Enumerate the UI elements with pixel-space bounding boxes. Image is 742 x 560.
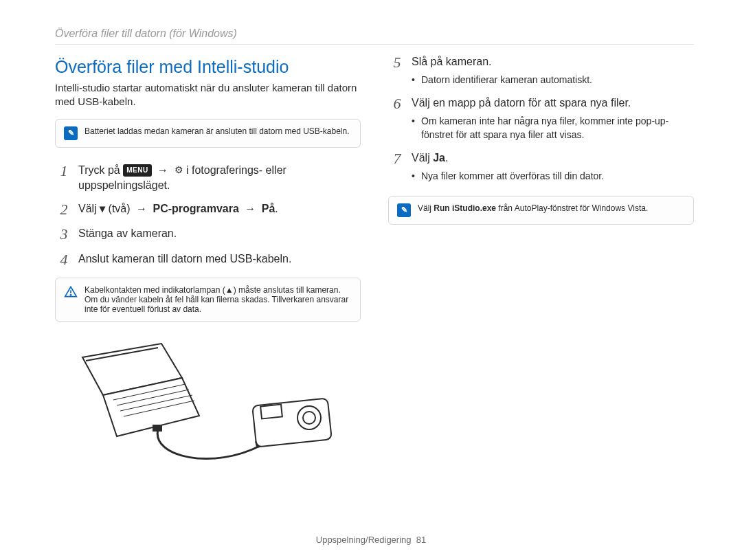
step-7-bullet: Nya filer kommer att överföras till din …: [412, 170, 694, 183]
svg-rect-10: [153, 425, 162, 432]
arrow-icon: →: [155, 164, 171, 176]
step-number-4: 4: [55, 251, 73, 268]
step-number-1: 1: [55, 163, 73, 194]
step-5: Slå på kameran. Datorn identifierar kame…: [412, 54, 694, 87]
section-heading: Överföra filer med Intelli-studio: [55, 57, 361, 77]
top-divider: [55, 44, 694, 45]
chevron-down-icon: ▾: [100, 203, 105, 214]
footer-section: Uppspelning/Redigering: [316, 535, 412, 545]
note-vista-text: Välj Run iStudio.exe från AutoPlay-fönst…: [418, 203, 648, 213]
note-box-battery: ✎ Batteriet laddas medan kameran är ansl…: [55, 119, 361, 148]
svg-rect-15: [260, 404, 282, 418]
step-7: Välj Ja. Nya filer kommer att överföras …: [412, 150, 694, 183]
two-column-layout: Överföra filer med Intelli-studio Intell…: [55, 54, 694, 477]
left-column: Överföra filer med Intelli-studio Intell…: [55, 54, 361, 477]
running-head: Överföra filer till datorn (för Windows): [55, 27, 694, 40]
step-number-6: 6: [388, 96, 406, 142]
section-lead: Intelli-studio startar automatiskt när d…: [55, 81, 361, 109]
warning-box: Kabelkontakten med indikatorlampan (▲) m…: [55, 278, 361, 322]
triangle-up-icon: ▲: [225, 285, 234, 295]
step-4: Anslut kameran till datorn med USB-kabel…: [78, 251, 361, 268]
step-5-bullet: Datorn identifierar kameran automatiskt.: [412, 74, 694, 87]
note-text: Batteriet laddas medan kameran är anslut…: [85, 126, 350, 136]
right-steps: 5 Slå på kameran. Datorn identifierar ka…: [388, 54, 694, 183]
step-number-5: 5: [388, 54, 406, 87]
arrow-icon: →: [242, 203, 258, 214]
note-box-vista: ✎ Välj Run iStudio.exe från AutoPlay-fön…: [388, 196, 694, 225]
svg-point-2: [70, 294, 71, 295]
step-6: Välj en mapp på datorn för att spara nya…: [412, 96, 694, 142]
arrow-icon: →: [133, 203, 150, 214]
warning-text: Kabelkontakten med indikatorlampan (▲) m…: [85, 285, 352, 314]
step-6-bullet: Om kameran inte har några nya filer, kom…: [412, 115, 694, 142]
menu-badge: MENU: [123, 164, 151, 177]
footer-page-number: 81: [416, 535, 426, 545]
info-icon: ✎: [64, 126, 78, 140]
right-column: 5 Slå på kameran. Datorn identifierar ka…: [388, 54, 694, 477]
page-footer: Uppspelning/Redigering 81: [0, 535, 742, 545]
gear-icon: ⚙: [175, 164, 183, 175]
step-2: Välj ▾ (två) → PC-programvara → På.: [78, 201, 361, 218]
step-3: Stänga av kameran.: [78, 226, 361, 243]
manual-page: Överföra filer till datorn (för Windows)…: [0, 0, 742, 560]
step-number-2: 2: [55, 201, 73, 218]
info-icon: ✎: [397, 203, 411, 217]
left-steps: 1 Tryck på MENU → ⚙ i fotograferings- el…: [55, 163, 361, 268]
svg-point-14: [303, 412, 315, 424]
step-1: Tryck på MENU → ⚙ i fotograferings- elle…: [78, 163, 361, 194]
step-number-3: 3: [55, 226, 73, 243]
warning-icon: [64, 285, 78, 301]
illustration-laptop-camera: [55, 337, 361, 477]
step-number-7: 7: [388, 150, 406, 183]
